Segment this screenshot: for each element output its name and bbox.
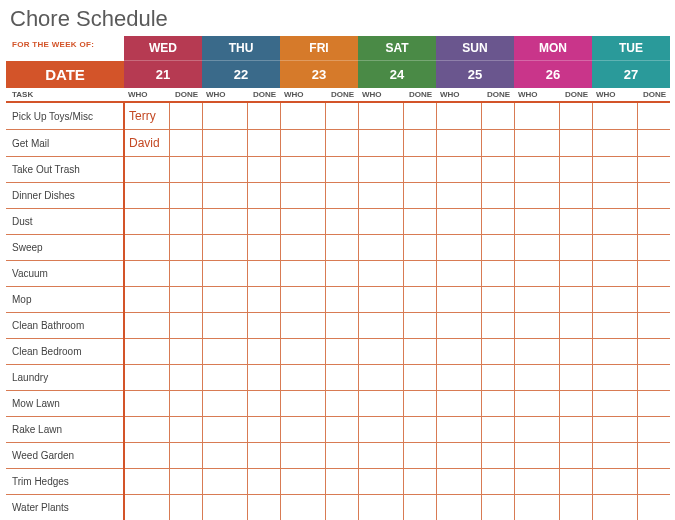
done-cell[interactable]: [169, 365, 202, 391]
done-cell[interactable]: [637, 157, 670, 183]
who-cell[interactable]: [280, 313, 325, 339]
done-cell[interactable]: [481, 183, 514, 209]
who-cell[interactable]: [436, 443, 481, 469]
who-cell[interactable]: [514, 235, 559, 261]
who-cell[interactable]: [280, 209, 325, 235]
done-cell[interactable]: [247, 417, 280, 443]
who-cell[interactable]: [280, 261, 325, 287]
who-cell[interactable]: [592, 495, 637, 521]
done-cell[interactable]: [169, 130, 202, 157]
who-cell[interactable]: [280, 157, 325, 183]
who-cell[interactable]: [124, 391, 169, 417]
who-cell[interactable]: [436, 261, 481, 287]
done-cell[interactable]: [325, 391, 358, 417]
done-cell[interactable]: [559, 102, 592, 130]
who-cell[interactable]: [202, 417, 247, 443]
who-cell[interactable]: [514, 469, 559, 495]
who-cell[interactable]: [358, 287, 403, 313]
who-cell[interactable]: [202, 157, 247, 183]
who-cell[interactable]: [358, 417, 403, 443]
done-cell[interactable]: [403, 417, 436, 443]
done-cell[interactable]: [325, 495, 358, 521]
done-cell[interactable]: [559, 183, 592, 209]
who-cell[interactable]: [358, 391, 403, 417]
who-cell[interactable]: [592, 102, 637, 130]
done-cell[interactable]: [637, 183, 670, 209]
who-cell[interactable]: [436, 469, 481, 495]
done-cell[interactable]: [169, 209, 202, 235]
who-cell[interactable]: [358, 157, 403, 183]
who-cell[interactable]: [202, 235, 247, 261]
done-cell[interactable]: [169, 183, 202, 209]
done-cell[interactable]: [637, 417, 670, 443]
done-cell[interactable]: [559, 261, 592, 287]
who-cell[interactable]: [436, 339, 481, 365]
done-cell[interactable]: [247, 313, 280, 339]
done-cell[interactable]: [559, 287, 592, 313]
who-cell[interactable]: [280, 443, 325, 469]
who-cell[interactable]: [358, 209, 403, 235]
done-cell[interactable]: [169, 261, 202, 287]
who-cell[interactable]: [124, 287, 169, 313]
who-cell[interactable]: [592, 417, 637, 443]
who-cell[interactable]: [514, 209, 559, 235]
done-cell[interactable]: [325, 209, 358, 235]
who-cell[interactable]: [358, 469, 403, 495]
done-cell[interactable]: [559, 365, 592, 391]
done-cell[interactable]: [481, 287, 514, 313]
done-cell[interactable]: [637, 261, 670, 287]
done-cell[interactable]: [637, 443, 670, 469]
who-cell[interactable]: [280, 391, 325, 417]
who-cell[interactable]: [202, 443, 247, 469]
who-cell[interactable]: [514, 157, 559, 183]
done-cell[interactable]: [559, 469, 592, 495]
done-cell[interactable]: [637, 339, 670, 365]
who-cell[interactable]: [592, 209, 637, 235]
done-cell[interactable]: [481, 102, 514, 130]
who-cell[interactable]: [592, 157, 637, 183]
done-cell[interactable]: [325, 261, 358, 287]
done-cell[interactable]: [169, 339, 202, 365]
done-cell[interactable]: [403, 365, 436, 391]
who-cell[interactable]: [124, 183, 169, 209]
done-cell[interactable]: [169, 417, 202, 443]
done-cell[interactable]: [481, 417, 514, 443]
who-cell[interactable]: [124, 365, 169, 391]
done-cell[interactable]: [169, 495, 202, 521]
who-cell[interactable]: [436, 235, 481, 261]
done-cell[interactable]: [481, 261, 514, 287]
done-cell[interactable]: [403, 261, 436, 287]
done-cell[interactable]: [403, 391, 436, 417]
done-cell[interactable]: [247, 102, 280, 130]
who-cell[interactable]: [124, 443, 169, 469]
who-cell[interactable]: [124, 209, 169, 235]
who-cell[interactable]: [436, 209, 481, 235]
who-cell[interactable]: [358, 495, 403, 521]
done-cell[interactable]: [325, 183, 358, 209]
who-cell[interactable]: [280, 183, 325, 209]
done-cell[interactable]: [247, 365, 280, 391]
done-cell[interactable]: [247, 130, 280, 157]
who-cell[interactable]: [358, 365, 403, 391]
done-cell[interactable]: [169, 157, 202, 183]
who-cell[interactable]: [280, 235, 325, 261]
who-cell[interactable]: [514, 365, 559, 391]
done-cell[interactable]: [403, 443, 436, 469]
done-cell[interactable]: [403, 339, 436, 365]
who-cell[interactable]: David: [124, 130, 169, 157]
who-cell[interactable]: [436, 157, 481, 183]
who-cell[interactable]: [202, 339, 247, 365]
who-cell[interactable]: [514, 287, 559, 313]
done-cell[interactable]: [325, 235, 358, 261]
who-cell[interactable]: [280, 339, 325, 365]
done-cell[interactable]: [325, 443, 358, 469]
who-cell[interactable]: [202, 469, 247, 495]
done-cell[interactable]: [247, 183, 280, 209]
done-cell[interactable]: [403, 235, 436, 261]
who-cell[interactable]: [592, 443, 637, 469]
done-cell[interactable]: [403, 287, 436, 313]
who-cell[interactable]: [436, 102, 481, 130]
done-cell[interactable]: [637, 102, 670, 130]
who-cell[interactable]: [202, 365, 247, 391]
who-cell[interactable]: [202, 130, 247, 157]
